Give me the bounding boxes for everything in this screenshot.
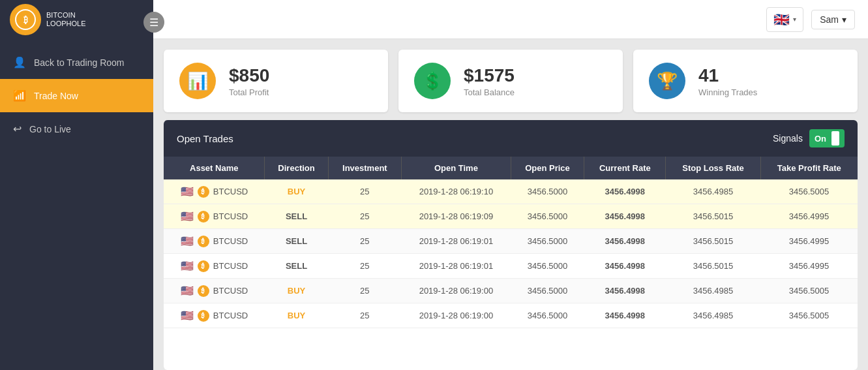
cell-take-profit: 3456.4995 bbox=[760, 229, 858, 254]
sidebar-item-trade-now[interactable]: 📶 Trade Now bbox=[0, 79, 153, 112]
cell-investment: 25 bbox=[328, 204, 402, 229]
asset-name: BTCUSD bbox=[213, 261, 248, 271]
col-direction: Direction bbox=[265, 157, 328, 179]
menu-toggle-button[interactable]: ☰ bbox=[143, 12, 164, 33]
cell-open-time: 2019-1-28 06:19:00 bbox=[402, 279, 511, 303]
direction-value: BUY bbox=[288, 286, 305, 296]
us-flag-icon: 🇺🇸 bbox=[181, 285, 194, 297]
cell-open-price: 3456.5000 bbox=[511, 179, 584, 204]
language-selector[interactable]: 🇬🇧 ▾ bbox=[766, 7, 803, 32]
direction-value: BUY bbox=[288, 311, 305, 320]
cell-stop-loss: 3456.5015 bbox=[666, 254, 760, 279]
sidebar-item-back-to-trading[interactable]: 👤 Back to Trading Room bbox=[0, 46, 153, 79]
cell-direction: BUY bbox=[265, 303, 328, 328]
cell-take-profit: 3456.5005 bbox=[760, 179, 858, 204]
main-content: 🇬🇧 ▾ Sam ▾ 📊 $850 Total Profit 💲 $1575 T… bbox=[153, 0, 868, 370]
profit-label: Total Profit bbox=[229, 87, 269, 97]
logo-sub-text: LOOPHOLE bbox=[46, 20, 86, 28]
btc-icon: ₿ bbox=[198, 211, 209, 223]
cell-asset: 🇺🇸 ₿ BTCUSD bbox=[164, 279, 265, 303]
cell-asset: 🇺🇸 ₿ BTCUSD bbox=[164, 254, 265, 279]
profit-icon: 📊 bbox=[179, 63, 216, 99]
table-row: 🇺🇸 ₿ BTCUSD BUY 25 2019-1-28 06:19:10 34… bbox=[164, 179, 858, 204]
direction-value: SELL bbox=[286, 211, 307, 221]
wins-label: Winning Trades bbox=[698, 87, 757, 97]
flag-chevron-icon: ▾ bbox=[793, 16, 796, 23]
cell-asset: 🇺🇸 ₿ BTCUSD bbox=[164, 303, 265, 328]
cell-take-profit: 3456.4995 bbox=[760, 204, 858, 229]
cell-asset: 🇺🇸 ₿ BTCUSD bbox=[164, 179, 265, 204]
cell-current-rate: 3456.4998 bbox=[584, 229, 666, 254]
user-name: Sam bbox=[820, 14, 839, 25]
stat-card-wins: 🏆 41 Winning Trades bbox=[633, 50, 858, 112]
asset-name: BTCUSD bbox=[213, 236, 248, 246]
btc-icon: ₿ bbox=[198, 236, 209, 247]
cell-current-rate: 3456.4998 bbox=[584, 279, 666, 303]
cell-open-time: 2019-1-28 06:19:01 bbox=[402, 229, 511, 254]
col-open-price: Open Price bbox=[511, 157, 584, 179]
cell-open-price: 3456.5000 bbox=[511, 279, 584, 303]
us-flag-icon: 🇺🇸 bbox=[181, 185, 194, 198]
cell-direction: SELL bbox=[265, 229, 328, 254]
cell-open-price: 3456.5000 bbox=[511, 254, 584, 279]
sidebar-item-label: Go to Live bbox=[29, 124, 71, 134]
user-menu-button[interactable]: Sam ▾ bbox=[811, 10, 855, 29]
cell-investment: 25 bbox=[328, 179, 402, 204]
direction-value: SELL bbox=[286, 236, 307, 246]
trades-table: Asset Name Direction Investment Open Tim… bbox=[164, 157, 858, 328]
table-row: 🇺🇸 ₿ BTCUSD SELL 25 2019-1-28 06:19:09 3… bbox=[164, 204, 858, 229]
cell-open-time: 2019-1-28 06:19:01 bbox=[402, 254, 511, 279]
cell-direction: BUY bbox=[265, 279, 328, 303]
sidebar-item-go-to-live[interactable]: ↩ Go to Live bbox=[0, 112, 153, 146]
cell-asset: 🇺🇸 ₿ BTCUSD bbox=[164, 229, 265, 254]
cell-open-price: 3456.5000 bbox=[511, 229, 584, 254]
col-current-rate: Current Rate bbox=[584, 157, 666, 179]
cell-direction: BUY bbox=[265, 179, 328, 204]
cell-investment: 25 bbox=[328, 279, 402, 303]
cell-stop-loss: 3456.5015 bbox=[666, 229, 760, 254]
cell-current-rate: 3456.4998 bbox=[584, 303, 666, 328]
cell-open-time: 2019-1-28 06:19:00 bbox=[402, 303, 511, 328]
cell-stop-loss: 3456.4985 bbox=[666, 179, 760, 204]
cell-current-rate: 3456.4998 bbox=[584, 179, 666, 204]
top-header: 🇬🇧 ▾ Sam ▾ bbox=[153, 0, 868, 39]
cell-investment: 25 bbox=[328, 303, 402, 328]
logo-text: BITCOIN LOOPHOLE bbox=[46, 11, 86, 28]
balance-value: $1575 bbox=[464, 65, 515, 86]
cell-stop-loss: 3456.5015 bbox=[666, 204, 760, 229]
signals-toggle[interactable]: On bbox=[809, 129, 845, 147]
profit-value: $850 bbox=[229, 65, 269, 86]
cell-take-profit: 3456.4995 bbox=[760, 254, 858, 279]
col-asset-name: Asset Name bbox=[164, 157, 265, 179]
toggle-label: On bbox=[815, 134, 826, 144]
cell-stop-loss: 3456.4985 bbox=[666, 303, 760, 328]
cell-asset: 🇺🇸 ₿ BTCUSD bbox=[164, 204, 265, 229]
btc-icon: ₿ bbox=[198, 310, 209, 322]
direction-value: SELL bbox=[286, 261, 307, 271]
sidebar-item-label: Trade Now bbox=[34, 91, 78, 101]
stat-card-balance: 💲 $1575 Total Balance bbox=[398, 50, 623, 112]
cell-stop-loss: 3456.4985 bbox=[666, 279, 760, 303]
cell-current-rate: 3456.4998 bbox=[584, 204, 666, 229]
cell-take-profit: 3456.5005 bbox=[760, 279, 858, 303]
cell-open-time: 2019-1-28 06:19:09 bbox=[402, 204, 511, 229]
stat-info-wins: 41 Winning Trades bbox=[698, 65, 757, 97]
signals-area: Signals On bbox=[773, 129, 845, 147]
col-investment: Investment bbox=[328, 157, 402, 179]
live-icon: ↩ bbox=[13, 123, 22, 135]
table-row: 🇺🇸 ₿ BTCUSD BUY 25 2019-1-28 06:19:00 34… bbox=[164, 279, 858, 303]
trade-icon: 📶 bbox=[13, 89, 26, 102]
cell-open-price: 3456.5000 bbox=[511, 303, 584, 328]
signals-label: Signals bbox=[773, 133, 803, 144]
cell-take-profit: 3456.5005 bbox=[760, 303, 858, 328]
cell-direction: SELL bbox=[265, 254, 328, 279]
col-stop-loss: Stop Loss Rate bbox=[666, 157, 760, 179]
table-header-row: Asset Name Direction Investment Open Tim… bbox=[164, 157, 858, 179]
sidebar-navigation: 👤 Back to Trading Room 📶 Trade Now ↩ Go … bbox=[0, 46, 153, 146]
cell-investment: 25 bbox=[328, 229, 402, 254]
col-take-profit: Take Profit Rate bbox=[760, 157, 858, 179]
balance-label: Total Balance bbox=[464, 87, 515, 97]
btc-icon: ₿ bbox=[198, 285, 209, 297]
stat-card-profit: 📊 $850 Total Profit bbox=[164, 50, 388, 112]
cell-open-time: 2019-1-28 06:19:10 bbox=[402, 179, 511, 204]
